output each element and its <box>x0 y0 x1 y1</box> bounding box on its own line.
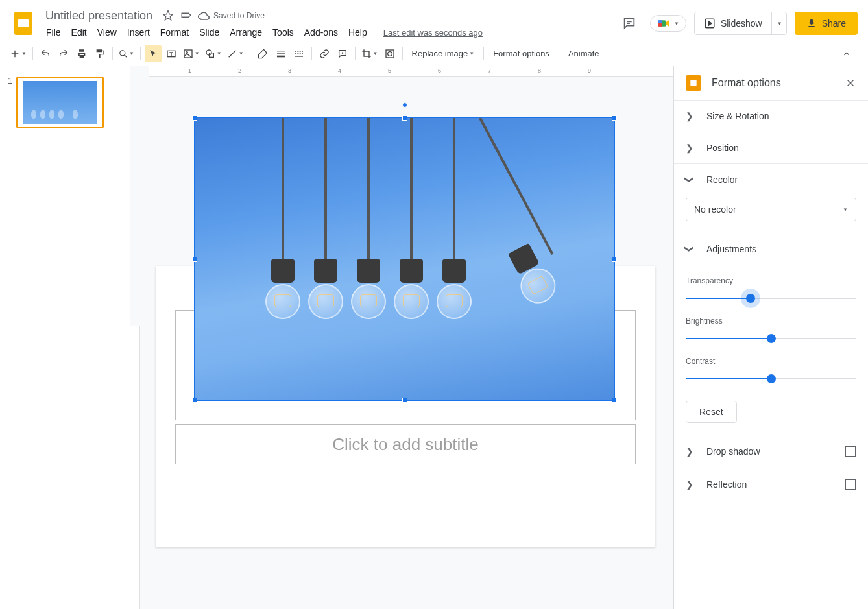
menu-file[interactable]: File <box>42 25 66 40</box>
last-edit-link[interactable]: Last edit was seconds ago <box>383 28 483 38</box>
redo-button[interactable] <box>55 45 72 62</box>
chevron-right-icon: ❯ <box>686 143 693 153</box>
menu-addons[interactable]: Add-ons <box>300 25 343 40</box>
menu-format[interactable]: Format <box>156 25 193 40</box>
slide-thumbnail[interactable] <box>16 77 104 128</box>
paint-format-button[interactable] <box>91 45 108 62</box>
resize-handle-br[interactable] <box>612 398 617 403</box>
subtitle-placeholder[interactable]: Click to add subtitle <box>175 424 636 464</box>
format-options-button[interactable]: Format options <box>488 45 555 62</box>
resize-handle-r[interactable] <box>612 257 617 262</box>
menu-arrange[interactable]: Arrange <box>225 25 267 40</box>
border-color-button[interactable] <box>254 45 271 62</box>
textbox-tool[interactable] <box>163 45 180 62</box>
svg-rect-3 <box>658 20 662 23</box>
chevron-right-icon: ❯ <box>686 111 693 121</box>
rotation-handle[interactable] <box>402 102 407 108</box>
resize-handle-l[interactable] <box>192 257 197 262</box>
svg-point-10 <box>186 51 188 53</box>
saved-text: Saved to Drive <box>213 11 265 20</box>
meet-dropdown-icon: ▼ <box>674 21 679 27</box>
border-dash-button[interactable] <box>291 45 307 62</box>
brightness-label: Brightness <box>686 316 856 326</box>
chevron-right-icon: ❯ <box>686 479 693 490</box>
undo-button[interactable] <box>37 45 54 62</box>
mask-button[interactable] <box>381 45 398 62</box>
section-position[interactable]: ❯ Position <box>674 132 868 163</box>
resize-handle-bl[interactable] <box>192 398 197 403</box>
selected-image[interactable] <box>195 118 614 400</box>
filmstrip: 1 <box>0 66 130 609</box>
crop-button[interactable]: ▼ <box>359 45 380 62</box>
drop-shadow-checkbox[interactable] <box>845 446 856 457</box>
toolbar: ▼ ▼ ▼ ▼ ▼ ▼ Replace image▼ Format option… <box>0 42 868 66</box>
dropdown-icon: ▼ <box>843 207 848 213</box>
resize-handle-tl[interactable] <box>192 115 197 121</box>
brightness-slider[interactable] <box>686 332 856 345</box>
slideshow-button[interactable]: Slideshow ▼ <box>694 12 787 35</box>
panel-close-button[interactable] <box>845 77 856 89</box>
menu-insert[interactable]: Insert <box>123 25 154 40</box>
section-size-rotation[interactable]: ❯ Size & Rotation <box>674 101 868 132</box>
section-recolor[interactable]: ❯ Recolor <box>674 164 868 195</box>
svg-rect-15 <box>690 80 696 86</box>
section-adjustments[interactable]: ❯ Adjustments <box>674 233 868 265</box>
zoom-button[interactable]: ▼ <box>117 45 136 62</box>
menu-help[interactable]: Help <box>344 25 372 40</box>
reflection-checkbox[interactable] <box>845 479 856 490</box>
reset-button[interactable]: Reset <box>686 401 737 423</box>
cloud-status[interactable]: Saved to Drive <box>198 10 265 21</box>
resize-handle-tr[interactable] <box>612 115 617 121</box>
select-tool[interactable] <box>145 45 162 62</box>
comment-button[interactable] <box>334 45 351 62</box>
svg-point-7 <box>120 50 125 55</box>
replace-image-button[interactable]: Replace image▼ <box>407 45 480 62</box>
share-label: Share <box>822 18 846 29</box>
shape-tool[interactable]: ▼ <box>203 45 224 62</box>
line-tool[interactable]: ▼ <box>225 45 246 62</box>
collapse-toolbar-button[interactable] <box>838 45 855 62</box>
star-icon[interactable] <box>162 9 175 22</box>
image-tool[interactable]: ▼ <box>181 45 202 62</box>
transparency-label: Transparency <box>686 276 856 285</box>
link-button[interactable] <box>316 45 333 62</box>
border-weight-button[interactable] <box>272 45 289 62</box>
contrast-slider[interactable] <box>686 372 856 385</box>
svg-rect-1 <box>18 19 29 27</box>
slides-logo[interactable] <box>10 10 36 36</box>
menu-slide[interactable]: Slide <box>195 25 224 40</box>
canvas-area[interactable]: 123456789 Click to add title Click to ad… <box>130 66 673 609</box>
share-button[interactable]: Share <box>795 12 858 35</box>
panel-title: Format options <box>712 77 834 89</box>
transparency-slider[interactable] <box>686 292 856 305</box>
contrast-label: Contrast <box>686 357 856 366</box>
doc-title[interactable]: Untitled presentation <box>42 8 156 24</box>
app-header: Untitled presentation Saved to Drive Fil… <box>0 0 868 42</box>
recolor-select[interactable]: No recolor ▼ <box>686 198 856 221</box>
format-options-panel: Format options ❯ Size & Rotation ❯ Posit… <box>673 66 868 609</box>
menu-edit[interactable]: Edit <box>67 25 91 40</box>
print-button[interactable] <box>73 45 90 62</box>
animate-button[interactable]: Animate <box>563 45 605 62</box>
slideshow-dropdown[interactable]: ▼ <box>771 12 786 34</box>
comments-button[interactable] <box>616 10 642 36</box>
menu-tools[interactable]: Tools <box>268 25 298 40</box>
resize-handle-b[interactable] <box>402 398 407 403</box>
vertical-ruler <box>130 326 140 609</box>
chevron-down-icon: ❯ <box>684 245 695 253</box>
chevron-right-icon: ❯ <box>686 446 693 457</box>
svg-point-14 <box>387 51 392 56</box>
section-reflection[interactable]: ❯ Reflection <box>674 468 868 501</box>
section-drop-shadow[interactable]: ❯ Drop shadow <box>674 435 868 468</box>
menu-bar: File Edit View Insert Format Slide Arran… <box>42 25 616 40</box>
resize-handle-t[interactable] <box>402 115 407 121</box>
menu-view[interactable]: View <box>93 25 121 40</box>
meet-button[interactable]: ▼ <box>650 15 686 32</box>
horizontal-ruler: 123456789 <box>149 66 673 77</box>
move-icon[interactable] <box>180 9 193 22</box>
slide-number: 1 <box>8 77 12 128</box>
new-slide-button[interactable]: ▼ <box>8 45 29 62</box>
svg-rect-4 <box>658 23 662 27</box>
svg-rect-6 <box>808 26 814 27</box>
panel-icon <box>686 75 701 91</box>
